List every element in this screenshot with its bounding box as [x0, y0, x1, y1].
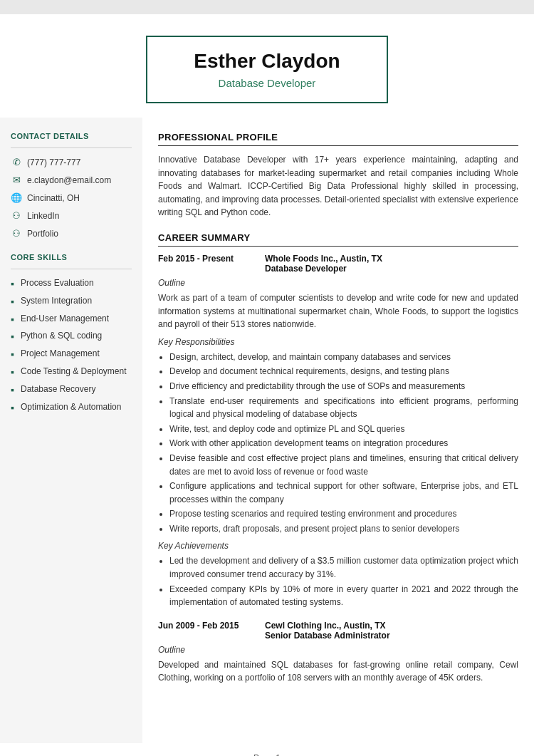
skill-label-6: Code Testing & Deployment	[21, 366, 127, 376]
outline-text-2: Developed and maintained SQL databases f…	[158, 658, 518, 685]
skill-label-3: End-User Management	[21, 314, 109, 323]
contact-location: 🌐 Cincinatti, OH	[11, 192, 132, 203]
contact-email-text: e.claydon@email.com	[27, 175, 111, 185]
resp-item-3: Drive efficiency and predictability thro…	[169, 380, 518, 393]
outline-label-1: Outline	[158, 278, 518, 288]
contact-portfolio-text: Portfolio	[27, 229, 58, 239]
skill-bullet-1: ▪	[11, 278, 16, 290]
contact-email: ✉ e.claydon@email.com	[11, 175, 132, 185]
body-layout: CONTACT DETAILS ✆ (777) 777-777 ✉ e.clay…	[0, 118, 534, 743]
skill-process-evaluation: ▪ Process Evaluation	[11, 278, 132, 290]
skills-section-title: CORE SKILLS	[11, 253, 132, 262]
responsibilities-list-1: Design, architect, develop, and maintain…	[158, 351, 518, 536]
career-role-2: Senior Database Administrator	[265, 631, 390, 641]
skill-label-1: Process Evaluation	[21, 278, 94, 288]
resp-item-4: Translate end-user requirements and spec…	[169, 395, 518, 421]
contact-section-title: CONTACT DETAILS	[11, 132, 132, 140]
key-resp-label-1: Key Responsibilities	[158, 337, 518, 347]
header: Esther Claydon Database Developer	[0, 14, 534, 118]
location-icon: 🌐	[11, 192, 22, 203]
linkedin-icon: ⚇	[11, 210, 22, 221]
portfolio-icon: ⚇	[11, 228, 22, 239]
outline-label-2: Outline	[158, 645, 518, 655]
resp-item-8: Configure applications and technical sup…	[169, 480, 518, 506]
career-header-row-2: Jun 2009 - Feb 2015 Cewl Clothing Inc., …	[158, 621, 518, 641]
skill-code-testing: ▪ Code Testing & Deployment	[11, 366, 132, 378]
career-role-1: Database Developer	[265, 264, 382, 274]
career-entry-2: Jun 2009 - Feb 2015 Cewl Clothing Inc., …	[158, 621, 518, 685]
page-number: Page 1	[253, 753, 281, 756]
career-company-1: Whole Foods Inc., Austin, TX	[265, 254, 382, 264]
skill-optimization-automation: ▪ Optimization & Automation	[11, 402, 132, 414]
skill-bullet-4: ▪	[11, 331, 16, 343]
career-company-2: Cewl Clothing Inc., Austin, TX	[265, 621, 390, 631]
skill-bullet-2: ▪	[11, 296, 16, 308]
skill-label-5: Project Management	[21, 348, 100, 358]
career-company-block-2: Cewl Clothing Inc., Austin, TX Senior Da…	[265, 621, 390, 641]
candidate-title: Database Developer	[183, 77, 351, 89]
contact-phone: ✆ (777) 777-777	[11, 157, 132, 167]
skill-python-sql: ▪ Python & SQL coding	[11, 331, 132, 343]
contact-portfolio[interactable]: ⚇ Portfolio	[11, 228, 132, 239]
skill-bullet-5: ▪	[11, 348, 16, 361]
contact-linkedin[interactable]: ⚇ LinkedIn	[11, 210, 132, 221]
sidebar: CONTACT DETAILS ✆ (777) 777-777 ✉ e.clay…	[0, 118, 142, 743]
profile-section-title: PROFESSIONAL PROFILE	[158, 132, 518, 143]
page-footer: Page 1	[0, 743, 534, 756]
skill-bullet-7: ▪	[11, 384, 16, 396]
achieve-item-1: Led the development and delivery of a $3…	[169, 554, 518, 581]
resp-item-10: Write reports, draft proposals, and pres…	[169, 522, 518, 536]
profile-divider	[158, 145, 518, 146]
career-section-title: CAREER SUMMARY	[158, 232, 518, 243]
skills-divider	[11, 269, 132, 269]
career-dates-1: Feb 2015 - Present	[158, 254, 251, 274]
candidate-name: Esther Claydon	[183, 50, 351, 73]
skill-project-management: ▪ Project Management	[11, 348, 132, 361]
contact-location-text: Cincinatti, OH	[27, 193, 80, 203]
achievements-list-1: Led the development and delivery of a $3…	[158, 554, 518, 609]
career-company-block-1: Whole Foods Inc., Austin, TX Database De…	[265, 254, 382, 274]
skill-label-8: Optimization & Automation	[21, 402, 121, 412]
resp-item-1: Design, architect, develop, and maintain…	[169, 351, 518, 364]
skill-bullet-6: ▪	[11, 366, 16, 378]
resp-item-6: Work with other application development …	[169, 437, 518, 450]
main-content: PROFESSIONAL PROFILE Innovative Database…	[142, 118, 534, 743]
career-divider	[158, 246, 518, 247]
header-box: Esther Claydon Database Developer	[146, 36, 388, 103]
email-icon: ✉	[11, 175, 22, 185]
resp-item-7: Devise feasible and cost effective proje…	[169, 452, 518, 478]
resume-page: Esther Claydon Database Developer CONTAC…	[0, 14, 534, 756]
resp-item-5: Write, test, and deploy code and optimiz…	[169, 423, 518, 436]
skill-label-2: System Integration	[21, 296, 92, 306]
contact-phone-text: (777) 777-777	[27, 157, 80, 167]
skill-label-7: Database Recovery	[21, 384, 95, 394]
contact-divider	[11, 147, 132, 148]
contact-linkedin-text: LinkedIn	[27, 211, 59, 221]
career-header-row-1: Feb 2015 - Present Whole Foods Inc., Aus…	[158, 254, 518, 274]
resp-item-9: Propose testing scenarios and required t…	[169, 507, 518, 521]
achieve-item-2: Exceeded company KPIs by 10% of more in …	[169, 583, 518, 609]
resp-item-2: Develop and document technical requireme…	[169, 365, 518, 378]
skill-bullet-3: ▪	[11, 314, 16, 326]
skill-system-integration: ▪ System Integration	[11, 296, 132, 308]
skill-end-user-management: ▪ End-User Management	[11, 314, 132, 326]
key-achieve-label-1: Key Achievements	[158, 541, 518, 551]
skill-bullet-8: ▪	[11, 402, 16, 414]
skill-label-4: Python & SQL coding	[21, 331, 102, 341]
career-dates-2: Jun 2009 - Feb 2015	[158, 621, 251, 641]
skills-section: CORE SKILLS ▪ Process Evaluation ▪ Syste…	[11, 253, 132, 413]
phone-icon: ✆	[11, 157, 22, 167]
profile-text: Innovative Database Developer with 17+ y…	[158, 153, 518, 219]
skill-database-recovery: ▪ Database Recovery	[11, 384, 132, 396]
outline-text-1: Work as part of a team of computer scien…	[158, 291, 518, 331]
career-entry-1: Feb 2015 - Present Whole Foods Inc., Aus…	[158, 254, 518, 609]
